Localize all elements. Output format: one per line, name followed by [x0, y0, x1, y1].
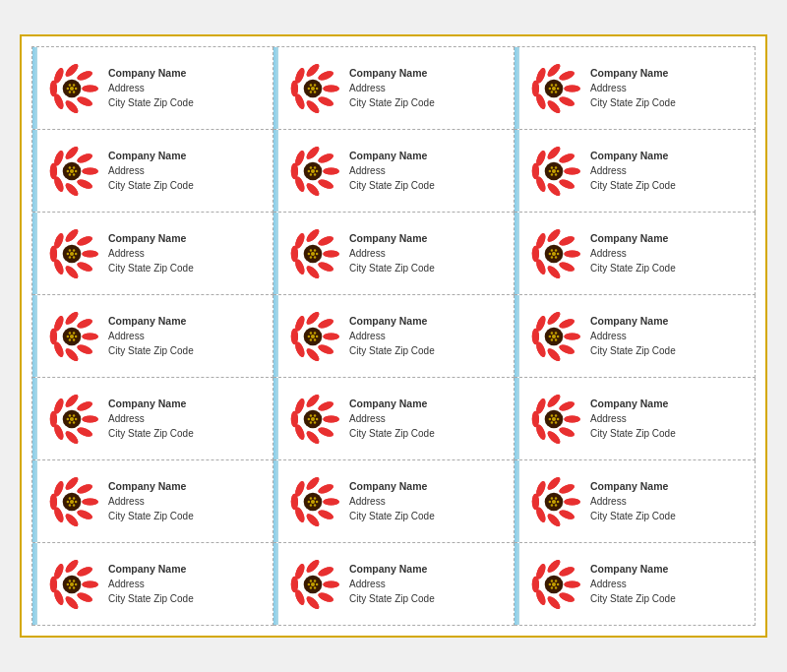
svg-point-114: [314, 173, 316, 175]
svg-point-183: [317, 234, 334, 247]
flower-icon: [523, 58, 584, 119]
address-line: Address: [349, 577, 435, 591]
svg-point-250: [305, 346, 322, 363]
svg-point-70: [555, 84, 557, 86]
svg-point-307: [69, 421, 71, 423]
svg-point-34: [305, 98, 322, 115]
label-cell: Company NameAddressCity State Zip Code: [32, 47, 273, 130]
svg-point-161: [75, 252, 77, 254]
label-cell: Company NameAddressCity State Zip Code: [273, 543, 515, 626]
svg-point-262: [314, 332, 316, 334]
svg-point-490: [546, 594, 563, 611]
svg-point-431: [552, 499, 556, 503]
svg-point-233: [75, 335, 77, 336]
label-cell: Company NameAddressCity State Zip Code: [515, 47, 756, 130]
label-cell: Company NameAddressCity State Zip Code: [273, 213, 515, 295]
svg-point-285: [551, 332, 553, 334]
company-name: Company Name: [108, 562, 194, 578]
svg-point-119: [311, 168, 315, 172]
svg-point-327: [317, 399, 334, 412]
svg-point-95: [70, 168, 74, 172]
flower-icon: [523, 141, 584, 202]
svg-point-330: [314, 421, 316, 423]
label-cell: Company NameAddressCity State Zip Code: [515, 295, 756, 378]
svg-point-333: [310, 414, 312, 416]
svg-point-93: [69, 166, 71, 168]
svg-point-42: [314, 91, 316, 92]
flower-icon: [282, 471, 343, 532]
svg-point-479: [311, 581, 315, 585]
svg-point-186: [314, 256, 316, 258]
flower-icon: [523, 306, 584, 367]
svg-point-303: [76, 399, 93, 412]
svg-point-297: [76, 425, 93, 438]
label-text-block: Company NameAddressCity State Zip Code: [108, 314, 194, 359]
label-text-block: Company NameAddressCity State Zip Code: [349, 66, 435, 111]
company-name: Company Name: [108, 314, 194, 330]
svg-point-453: [69, 580, 71, 581]
svg-point-9: [76, 94, 93, 107]
svg-point-206: [546, 226, 563, 243]
svg-point-258: [314, 338, 316, 340]
svg-point-200: [564, 250, 580, 257]
label-text-block: Company NameAddressCity State Zip Code: [590, 231, 676, 276]
company-name: Company Name: [108, 149, 194, 164]
flower-icon: [282, 58, 343, 119]
svg-point-346: [546, 429, 563, 446]
city-state-zip: City State Zip Code: [349, 95, 435, 110]
label-text-block: Company NameAddressCity State Zip Code: [349, 562, 435, 607]
label-text-block: Company NameAddressCity State Zip Code: [590, 479, 676, 524]
svg-point-374: [64, 474, 81, 491]
svg-point-278: [546, 309, 563, 326]
svg-point-503: [552, 581, 556, 585]
svg-point-67: [551, 91, 553, 92]
label-text-block: Company NameAddressCity State Zip Code: [349, 397, 435, 442]
label-text-block: Company NameAddressCity State Zip Code: [108, 149, 194, 194]
svg-point-22: [73, 84, 75, 86]
svg-point-236: [67, 335, 69, 336]
svg-point-45: [310, 84, 312, 86]
svg-point-405: [310, 497, 312, 499]
svg-point-451: [69, 586, 71, 588]
city-state-zip: City State Zip Code: [349, 261, 435, 275]
svg-point-137: [557, 169, 559, 171]
svg-point-210: [555, 256, 557, 258]
svg-point-130: [546, 181, 563, 198]
flower-icon: [282, 554, 343, 615]
svg-point-106: [305, 181, 322, 198]
svg-point-423: [558, 482, 575, 495]
label-text-block: Company NameAddressCity State Zip Code: [108, 231, 194, 276]
svg-point-15: [76, 69, 93, 82]
svg-point-334: [314, 414, 316, 416]
svg-point-259: [310, 338, 312, 340]
flower-icon: [41, 223, 102, 284]
svg-point-191: [311, 251, 315, 255]
svg-point-143: [552, 168, 556, 172]
svg-point-163: [69, 256, 71, 258]
svg-point-215: [552, 251, 556, 255]
svg-point-80: [82, 167, 98, 174]
city-state-zip: City State Zip Code: [108, 343, 194, 358]
city-state-zip: City State Zip Code: [108, 95, 194, 110]
svg-point-254: [305, 309, 322, 326]
svg-point-406: [314, 497, 316, 499]
svg-point-231: [76, 317, 93, 330]
company-name: Company Name: [349, 397, 435, 412]
svg-point-68: [549, 87, 551, 89]
svg-point-428: [549, 500, 551, 502]
svg-point-378: [73, 504, 75, 506]
label-cell: Company NameAddressCity State Zip Code: [515, 378, 756, 460]
svg-point-176: [323, 250, 339, 257]
company-name: Company Name: [349, 66, 435, 82]
svg-point-429: [551, 497, 553, 499]
svg-point-369: [76, 508, 93, 520]
svg-point-118: [314, 166, 316, 168]
flower-icon: [282, 141, 343, 202]
label-text-block: Company NameAddressCity State Zip Code: [590, 66, 676, 111]
svg-point-82: [64, 181, 81, 198]
city-state-zip: City State Zip Code: [108, 426, 194, 441]
svg-point-226: [64, 346, 81, 363]
company-name: Company Name: [108, 479, 194, 495]
city-state-zip: City State Zip Code: [108, 261, 194, 275]
company-name: Company Name: [108, 397, 194, 412]
